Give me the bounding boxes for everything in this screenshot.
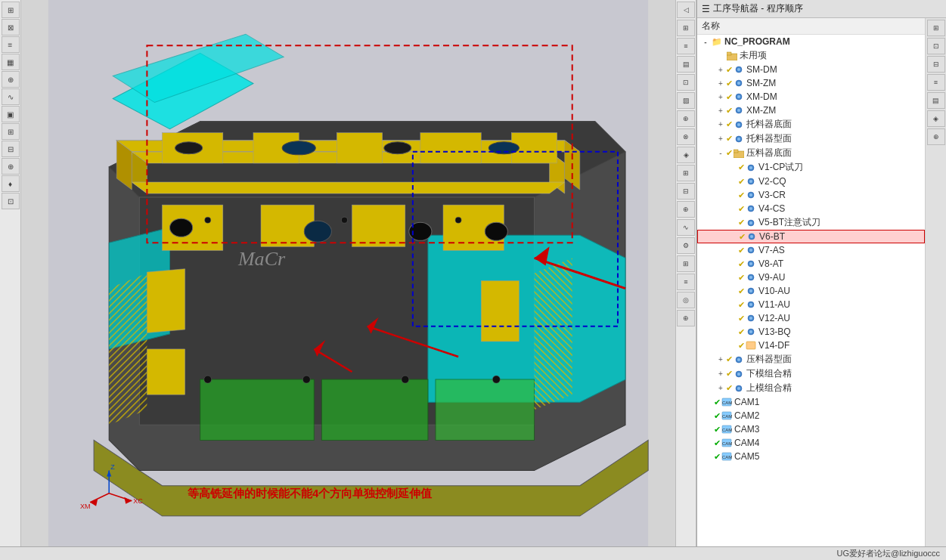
mid-btn-6[interactable]: ▨ — [677, 92, 695, 109]
mid-btn-9[interactable]: ◈ — [677, 147, 695, 163]
toolbar-btn-11[interactable]: ♦ — [2, 175, 20, 192]
expand-v10-au[interactable] — [727, 286, 738, 296]
mid-btn-16[interactable]: ≡ — [677, 274, 695, 290]
ri-btn-3[interactable]: ⊟ — [927, 56, 945, 73]
tree-item-v10-au[interactable]: ✔V10-AU — [697, 284, 925, 298]
expand-sm-dm[interactable]: + — [715, 64, 726, 75]
mid-btn-12[interactable]: ⊕ — [677, 201, 695, 218]
expand-v14-df[interactable] — [727, 340, 738, 351]
viewport[interactable]: MaCr Z XC XM — [21, 0, 675, 546]
expand-v1-cp[interactable] — [727, 162, 738, 173]
toolbar-btn-5[interactable]: ⊕ — [2, 71, 20, 88]
mid-btn-14[interactable]: ⚙ — [677, 237, 695, 254]
ri-btn-6[interactable]: ◈ — [927, 110, 945, 127]
expand-cam3[interactable] — [703, 424, 714, 435]
mid-btn-1[interactable]: ◁ — [677, 2, 695, 18]
toolbar-btn-3[interactable]: ≡ — [2, 36, 20, 53]
mid-btn-5[interactable]: ⊡ — [677, 74, 695, 91]
toolbar-btn-8[interactable]: ⊞ — [2, 123, 20, 140]
mid-btn-3[interactable]: ≡ — [677, 38, 695, 54]
tree-item-v9-au[interactable]: ✔V9-AU — [697, 271, 925, 284]
mid-btn-18[interactable]: ⊕ — [677, 310, 695, 326]
tree-item-yaliao-xing[interactable]: +✔压料器型面 — [697, 352, 925, 367]
tree-item-unused[interactable]: 未用项 — [697, 48, 925, 63]
tree-item-v5-bt[interactable]: ✔V5-BT注意试刀 — [697, 215, 925, 230]
mid-btn-13[interactable]: ∿ — [677, 219, 695, 236]
expand-sm-zm[interactable]: + — [715, 78, 726, 88]
expand-v3-cr[interactable] — [727, 190, 738, 200]
toolbar-btn-1[interactable]: ⊞ — [2, 2, 20, 18]
tree-item-v1-cp[interactable]: ✔V1-CP试刀 — [697, 160, 925, 175]
tree-item-xm-zm[interactable]: +✔XM-ZM — [697, 104, 925, 117]
ri-btn-1[interactable]: ⊞ — [927, 20, 945, 36]
tree-item-xiamo-zu[interactable]: +✔下模组合精 — [697, 367, 925, 381]
expand-tuoliao-xing[interactable]: + — [715, 134, 726, 144]
expand-v6-bt[interactable] — [728, 231, 739, 242]
tree-item-cam3[interactable]: ✔CAMCAM3 — [697, 422, 925, 436]
toolbar-btn-10[interactable]: ⊕ — [2, 158, 20, 175]
tree-item-v14-df[interactable]: ✔V14-DF — [697, 339, 925, 352]
tree-item-v13-bq[interactable]: ✔V13-BQ — [697, 325, 925, 339]
tree-item-v7-as[interactable]: ✔V7-AS — [697, 243, 925, 257]
expand-v8-at[interactable] — [727, 258, 738, 269]
mid-btn-4[interactable]: ▤ — [677, 56, 695, 73]
mid-btn-11[interactable]: ⊟ — [677, 183, 695, 200]
tree-item-sm-dm[interactable]: +✔SM-DM — [697, 63, 925, 76]
ri-btn-7[interactable]: ⊕ — [927, 128, 945, 145]
tree-item-v6-bt[interactable]: ✔V6-BT — [697, 230, 925, 243]
mid-btn-8[interactable]: ⊗ — [677, 128, 695, 145]
toolbar-btn-4[interactable]: ▦ — [2, 54, 20, 70]
tree-item-v11-au[interactable]: ✔V11-AU — [697, 298, 925, 311]
expand-cam1[interactable] — [703, 397, 714, 407]
tree-item-cam4[interactable]: ✔CAMCAM4 — [697, 436, 925, 450]
toolbar-btn-7[interactable]: ▣ — [2, 106, 20, 122]
expand-v9-au[interactable] — [727, 272, 738, 283]
expand-cam4[interactable] — [703, 438, 714, 448]
expand-xiamo-zu[interactable]: + — [715, 369, 726, 379]
expand-tuoliao-di[interactable]: + — [715, 119, 726, 130]
ri-btn-4[interactable]: ≡ — [927, 74, 945, 91]
expand-yaliao-xing[interactable]: + — [715, 354, 726, 365]
toolbar-btn-12[interactable]: ⊡ — [2, 193, 20, 209]
toolbar-btn-6[interactable]: ∿ — [2, 88, 20, 105]
expand-unused[interactable] — [715, 51, 726, 61]
tree-root[interactable]: - 📁 NC_PROGRAM — [697, 35, 925, 48]
tree-item-v8-at[interactable]: ✔V8-AT — [697, 257, 925, 271]
expand-v12-au[interactable] — [727, 313, 738, 323]
expand-xm-dm[interactable]: + — [715, 91, 726, 102]
mid-btn-17[interactable]: ◎ — [677, 292, 695, 308]
expand-v2-cq[interactable] — [727, 176, 738, 187]
ri-btn-5[interactable]: ▤ — [927, 92, 945, 109]
tree-item-tuoliao-di[interactable]: +✔托料器底面 — [697, 117, 925, 131]
mid-btn-15[interactable]: ⊞ — [677, 255, 695, 272]
expand-v4-cs[interactable] — [727, 203, 738, 214]
tree-item-v2-cq[interactable]: ✔V2-CQ — [697, 175, 925, 188]
ri-btn-2[interactable]: ⊡ — [927, 38, 945, 54]
expand-v5-bt[interactable] — [727, 218, 738, 228]
tree-item-cam2[interactable]: ✔CAMCAM2 — [697, 409, 925, 422]
expand-v7-as[interactable] — [727, 245, 738, 255]
toolbar-btn-9[interactable]: ⊟ — [2, 141, 20, 157]
tree-item-sm-zm[interactable]: +✔SM-ZM — [697, 76, 925, 90]
expand-xm-zm[interactable]: + — [715, 105, 726, 116]
toolbar-btn-2[interactable]: ⊠ — [2, 19, 20, 36]
tree-item-cam5[interactable]: ✔CAMCAM5 — [697, 450, 925, 463]
mid-btn-7[interactable]: ⊕ — [677, 110, 695, 127]
expand-yaliao-di[interactable]: - — [715, 148, 726, 159]
expand-v13-bq[interactable] — [727, 326, 738, 337]
tree-item-cam1[interactable]: ✔CAMCAM1 — [697, 395, 925, 409]
mid-btn-2[interactable]: ⊞ — [677, 20, 695, 36]
tree-item-shangmo-zu[interactable]: +✔上模组合精 — [697, 381, 925, 395]
tree-item-v3-cr[interactable]: ✔V3-CR — [697, 188, 925, 202]
tree-item-v4-cs[interactable]: ✔V4-CS — [697, 202, 925, 215]
tree-item-tuoliao-xing[interactable]: +✔托料器型面 — [697, 131, 925, 146]
expand-shangmo-zu[interactable]: + — [715, 383, 726, 394]
root-expand[interactable]: - — [700, 36, 711, 47]
tree-item-xm-dm[interactable]: +✔XM-DM — [697, 90, 925, 104]
tree-container[interactable]: 名称 - 📁 NC_PROGRAM 未用项+✔SM-DM+✔SM-ZM+✔XM-… — [697, 18, 925, 546]
tree-item-yaliao-di[interactable]: -✔压料器底面 — [697, 146, 925, 160]
tree-item-v12-au[interactable]: ✔V12-AU — [697, 311, 925, 325]
mid-btn-10[interactable]: ⊞ — [677, 165, 695, 181]
expand-cam2[interactable] — [703, 410, 714, 421]
expand-cam5[interactable] — [703, 451, 714, 462]
